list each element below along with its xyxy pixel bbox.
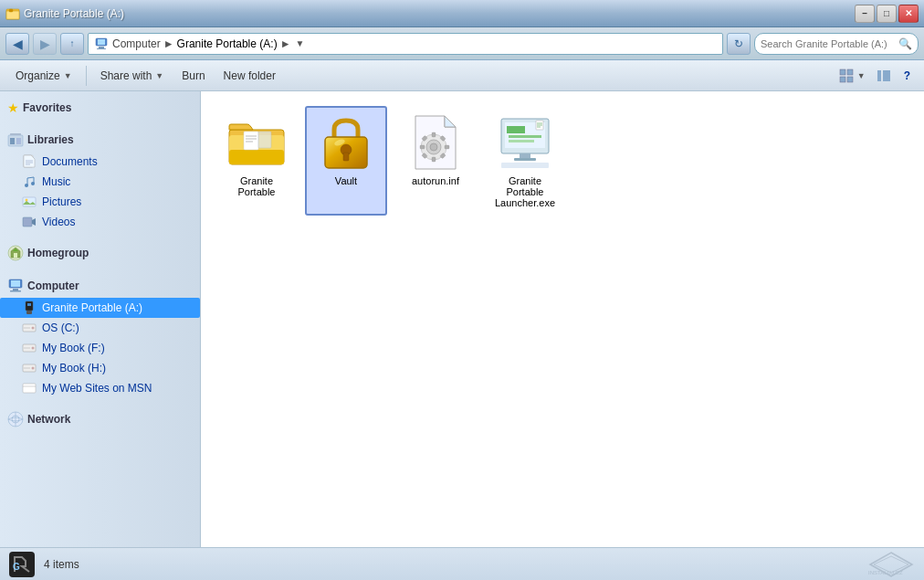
sidebar-item-documents[interactable]: Documents bbox=[0, 152, 200, 172]
path-drive: Granite Portable (A:) bbox=[177, 37, 278, 50]
svg-rect-65 bbox=[432, 132, 436, 137]
web-icon bbox=[22, 381, 37, 395]
sidebar-item-music[interactable]: Music bbox=[0, 172, 200, 192]
back-button[interactable]: ◀ bbox=[5, 33, 29, 55]
svg-rect-75 bbox=[507, 126, 525, 133]
libraries-icon bbox=[7, 132, 24, 148]
file-area: Granite Portable bbox=[201, 91, 924, 547]
file-item-vault[interactable]: Vault bbox=[305, 106, 387, 216]
view-button[interactable]: ▼ bbox=[835, 64, 870, 88]
svg-line-91 bbox=[891, 553, 912, 564]
network-icon bbox=[7, 411, 24, 427]
computer-header[interactable]: Computer bbox=[0, 274, 200, 298]
organize-button[interactable]: Organize ▼ bbox=[7, 64, 80, 88]
window-title: Granite Portable (A:) bbox=[24, 7, 124, 20]
svg-rect-79 bbox=[514, 158, 536, 161]
toolbar-separator bbox=[86, 66, 87, 86]
libraries-section: Libraries Documents bbox=[0, 128, 200, 232]
search-input[interactable] bbox=[761, 38, 898, 49]
status-item-count: 4 items bbox=[44, 558, 79, 571]
svg-rect-31 bbox=[13, 289, 18, 290]
homegroup-icon bbox=[7, 245, 24, 261]
svg-rect-7 bbox=[840, 69, 845, 75]
title-bar-left: Granite Portable (A:) bbox=[5, 6, 124, 21]
close-button[interactable]: ✕ bbox=[898, 5, 919, 23]
svg-rect-60 bbox=[343, 153, 349, 161]
svg-rect-6 bbox=[97, 48, 106, 49]
minimize-button[interactable]: – bbox=[855, 5, 875, 23]
svg-point-37 bbox=[32, 327, 35, 330]
burn-button[interactable]: Burn bbox=[173, 64, 213, 88]
svg-rect-28 bbox=[14, 253, 17, 258]
window-icon bbox=[5, 6, 20, 21]
refresh-button[interactable]: ↻ bbox=[727, 33, 751, 55]
search-box: 🔍 bbox=[754, 33, 919, 55]
layout-button[interactable] bbox=[872, 64, 896, 88]
svg-rect-12 bbox=[883, 70, 890, 81]
forward-button[interactable]: ▶ bbox=[33, 33, 57, 55]
svg-rect-66 bbox=[432, 157, 436, 162]
watermark-logo: INSTALUJ.CZ bbox=[862, 548, 917, 581]
file-item-autorun[interactable]: autorun.inf bbox=[394, 106, 477, 216]
sidebar-item-web-sites[interactable]: My Web Sites on MSN bbox=[0, 378, 200, 398]
svg-rect-8 bbox=[847, 69, 853, 75]
svg-rect-16 bbox=[16, 138, 21, 144]
toolbar: Organize ▼ Share with ▼ Burn New folder … bbox=[0, 60, 924, 91]
layout-icon bbox=[877, 69, 891, 83]
sidebar: ★ Favorites Libraries bbox=[0, 91, 201, 547]
libraries-header[interactable]: Libraries bbox=[0, 128, 200, 152]
sidebar-item-videos[interactable]: Videos bbox=[0, 212, 200, 232]
path-dropdown[interactable]: ▼ bbox=[296, 38, 305, 48]
svg-rect-53 bbox=[244, 132, 258, 150]
sidebar-item-pictures[interactable]: Pictures bbox=[0, 192, 200, 212]
svg-rect-5 bbox=[99, 47, 104, 48]
homegroup-header[interactable]: Homegroup bbox=[0, 241, 200, 265]
title-bar: Granite Portable (A:) – □ ✕ bbox=[0, 0, 924, 27]
new-folder-button[interactable]: New folder bbox=[215, 64, 284, 88]
svg-rect-45 bbox=[23, 384, 36, 393]
documents-icon bbox=[22, 154, 37, 169]
svg-rect-84 bbox=[501, 163, 549, 168]
computer-icon bbox=[94, 37, 109, 51]
file-item-granite-portable-folder[interactable]: Granite Portable bbox=[215, 106, 298, 216]
svg-point-40 bbox=[32, 347, 35, 350]
svg-rect-2 bbox=[9, 9, 13, 12]
help-button[interactable]: ? bbox=[898, 64, 917, 88]
svg-rect-68 bbox=[445, 145, 449, 149]
svg-text:G: G bbox=[13, 562, 20, 572]
svg-rect-67 bbox=[420, 145, 425, 149]
svg-rect-76 bbox=[509, 135, 541, 138]
svg-rect-30 bbox=[11, 280, 20, 287]
file-label-launcher: Granite Portable Launcher.exe bbox=[491, 175, 559, 208]
main-content: ★ Favorites Libraries bbox=[0, 91, 924, 547]
pictures-icon bbox=[22, 195, 37, 209]
favorites-section: ★ Favorites bbox=[0, 97, 200, 119]
svg-rect-34 bbox=[27, 303, 31, 306]
computer-sidebar-icon bbox=[7, 278, 24, 294]
address-bar: ◀ ▶ ↑ Computer ► Granite Portable (A:) ►… bbox=[0, 27, 924, 60]
network-section: Network bbox=[0, 407, 200, 431]
videos-icon bbox=[22, 215, 37, 229]
sidebar-item-os-c[interactable]: OS (C:) bbox=[0, 318, 200, 338]
file-item-launcher[interactable]: Granite Portable Launcher.exe bbox=[484, 106, 566, 216]
exe-file-icon bbox=[496, 113, 554, 172]
share-with-button[interactable]: Share with ▼ bbox=[92, 64, 173, 88]
hdd-c-icon bbox=[22, 321, 37, 335]
svg-rect-4 bbox=[98, 39, 105, 45]
address-path[interactable]: Computer ► Granite Portable (A:) ► ▼ bbox=[88, 33, 723, 55]
svg-rect-15 bbox=[10, 138, 15, 144]
title-bar-controls: – □ ✕ bbox=[855, 5, 919, 23]
view-icon bbox=[839, 69, 854, 83]
network-header[interactable]: Network bbox=[0, 407, 200, 431]
search-icon: 🔍 bbox=[898, 37, 912, 50]
svg-rect-77 bbox=[509, 140, 534, 142]
up-button[interactable]: ↑ bbox=[60, 33, 84, 55]
sidebar-item-my-book-f[interactable]: My Book (F:) bbox=[0, 338, 200, 358]
favorites-header[interactable]: ★ Favorites bbox=[0, 97, 200, 119]
svg-point-64 bbox=[430, 143, 437, 151]
maximize-button[interactable]: □ bbox=[877, 5, 897, 23]
svg-rect-10 bbox=[847, 77, 853, 82]
sidebar-item-granite-portable[interactable]: Granite Portable (A:) bbox=[0, 298, 200, 318]
sidebar-item-my-book-h[interactable]: My Book (H:) bbox=[0, 358, 200, 378]
svg-point-21 bbox=[25, 184, 28, 187]
